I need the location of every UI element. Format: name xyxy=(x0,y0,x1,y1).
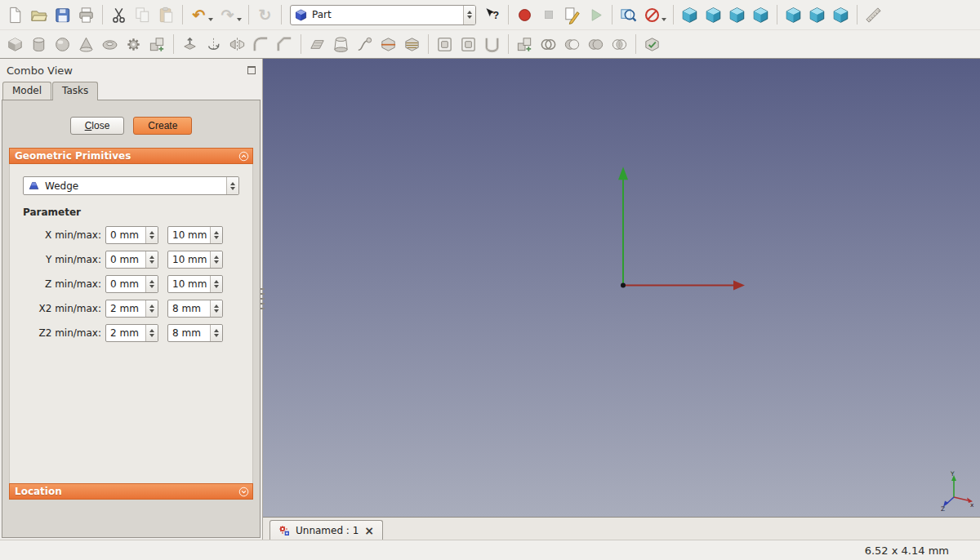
z2max-input[interactable]: 8 mm xyxy=(167,324,223,342)
macro-record-button[interactable] xyxy=(513,2,537,27)
part-sphere-button[interactable] xyxy=(51,32,74,56)
part-union-button[interactable] xyxy=(584,32,608,56)
revolve-icon xyxy=(204,35,223,54)
view-left-button[interactable] xyxy=(829,2,853,27)
panel-splitter[interactable] xyxy=(261,288,265,311)
macro-edit-button[interactable] xyxy=(560,2,584,27)
part-offset-3d-button[interactable] xyxy=(433,32,457,56)
ymax-input[interactable]: 10 mm xyxy=(167,251,223,269)
spin-arrows-icon[interactable] xyxy=(210,325,222,341)
toolbar-separator xyxy=(301,34,301,54)
collapse-section-icon[interactable] xyxy=(238,150,250,162)
draw-style-button[interactable] xyxy=(640,2,664,27)
macro-execute-button[interactable] xyxy=(584,2,608,27)
xmin-input[interactable]: 0 mm xyxy=(105,226,158,244)
x2min-input[interactable]: 2 mm xyxy=(105,300,158,318)
spin-arrows-icon[interactable] xyxy=(145,227,158,243)
measure-distance-button[interactable] xyxy=(862,2,885,27)
part-offset-2d-button[interactable] xyxy=(457,32,480,56)
part-compound-button[interactable] xyxy=(513,32,537,56)
part-cylinder-button[interactable] xyxy=(27,32,51,56)
part-box-button[interactable] xyxy=(3,32,27,56)
float-panel-icon[interactable] xyxy=(247,66,256,74)
macro-stop-button[interactable] xyxy=(537,2,560,27)
view-right-button[interactable] xyxy=(749,2,773,27)
close-document-icon[interactable]: × xyxy=(363,525,375,536)
part-sweep-button[interactable] xyxy=(353,32,376,56)
part-torus-button[interactable] xyxy=(98,32,122,56)
redo-icon: ↷ xyxy=(221,7,234,23)
part-thickness-button[interactable] xyxy=(480,32,504,56)
part-cross-sections-button[interactable] xyxy=(400,32,424,56)
x2max-input[interactable]: 8 mm xyxy=(167,300,223,318)
undo-dropdown-caret-icon[interactable] xyxy=(208,18,213,21)
paste-button[interactable] xyxy=(154,2,178,27)
part-ruled-surface-button[interactable] xyxy=(305,32,329,56)
whats-this-button[interactable] xyxy=(480,2,504,27)
part-section-button[interactable] xyxy=(376,32,400,56)
spin-arrows-icon[interactable] xyxy=(145,276,158,292)
workbench-selector-spinner[interactable] xyxy=(463,6,475,24)
view-rear-button[interactable] xyxy=(782,2,805,27)
print-button[interactable] xyxy=(74,2,98,27)
copy-button[interactable] xyxy=(131,2,154,27)
create-button[interactable]: Create xyxy=(133,117,192,135)
part-loft-button[interactable] xyxy=(329,32,353,56)
z2min-input[interactable]: 2 mm xyxy=(105,324,158,342)
refresh-button[interactable]: ↻ xyxy=(253,2,277,27)
xmax-input[interactable]: 10 mm xyxy=(167,226,223,244)
close-button[interactable]: Close xyxy=(70,117,125,135)
spin-arrows-icon[interactable] xyxy=(210,251,222,268)
save-document-button[interactable] xyxy=(51,2,74,27)
document-tab[interactable]: Unnamed : 1 × xyxy=(270,520,383,540)
shape-type-select[interactable]: Wedge xyxy=(23,176,239,195)
primitives-gear-icon xyxy=(124,35,143,54)
undo-button[interactable]: ↶ xyxy=(187,2,211,27)
tab-model[interactable]: Model xyxy=(2,82,51,100)
ymin-input[interactable]: 0 mm xyxy=(105,251,158,269)
part-primitives-button[interactable] xyxy=(122,32,145,56)
spin-arrows-icon[interactable] xyxy=(145,300,158,317)
part-cut-button[interactable] xyxy=(560,32,584,56)
open-document-button[interactable] xyxy=(27,2,51,27)
spin-arrows-icon[interactable] xyxy=(145,251,158,268)
3d-viewport[interactable]: Y x Z xyxy=(263,59,980,517)
shape-type-spinner[interactable] xyxy=(226,177,238,194)
paste-icon xyxy=(157,6,176,24)
part-fillet-button[interactable] xyxy=(249,32,273,56)
cursor-dimensions: 6.52 x 4.14 mm xyxy=(865,544,949,557)
tab-tasks[interactable]: Tasks xyxy=(52,82,98,100)
view-top-button[interactable] xyxy=(725,2,749,27)
part-revolve-button[interactable] xyxy=(202,32,225,56)
geometric-primitives-header[interactable]: Geometric Primitives xyxy=(9,148,253,164)
workbench-selector[interactable]: Part xyxy=(290,5,476,25)
view-bottom-button[interactable] xyxy=(805,2,829,27)
redo-button[interactable]: ↷ xyxy=(216,2,239,27)
spin-arrows-icon[interactable] xyxy=(210,276,222,292)
offset-3d-icon xyxy=(435,35,454,54)
spin-arrows-icon[interactable] xyxy=(210,227,222,243)
spin-arrows-icon[interactable] xyxy=(145,325,158,341)
new-document-button[interactable] xyxy=(3,2,27,27)
part-check-geometry-button[interactable] xyxy=(640,32,664,56)
part-cone-button[interactable] xyxy=(74,32,98,56)
part-intersection-button[interactable] xyxy=(608,32,631,56)
spin-arrows-icon[interactable] xyxy=(210,300,222,317)
view-axonometric-button[interactable] xyxy=(678,2,702,27)
zmax-input[interactable]: 10 mm xyxy=(167,275,223,293)
draw-style-dropdown-caret-icon[interactable] xyxy=(662,18,666,21)
fillet-icon xyxy=(252,35,270,54)
fit-all-button[interactable] xyxy=(617,2,640,27)
part-boolean-button[interactable] xyxy=(537,32,560,56)
view-front-button[interactable] xyxy=(702,2,725,27)
cut-button[interactable] xyxy=(107,2,131,27)
main-area: Combo View Model Tasks Close Create Geom… xyxy=(0,59,980,540)
location-header[interactable]: Location xyxy=(9,483,253,500)
zmin-input[interactable]: 0 mm xyxy=(105,275,158,293)
part-mirror-button[interactable] xyxy=(225,32,249,56)
part-extrude-button[interactable] xyxy=(178,32,202,56)
mirror-icon xyxy=(228,35,247,54)
part-shapebuilder-button[interactable] xyxy=(145,32,169,56)
expand-section-icon[interactable] xyxy=(238,486,250,498)
part-chamfer-button[interactable] xyxy=(273,32,296,56)
